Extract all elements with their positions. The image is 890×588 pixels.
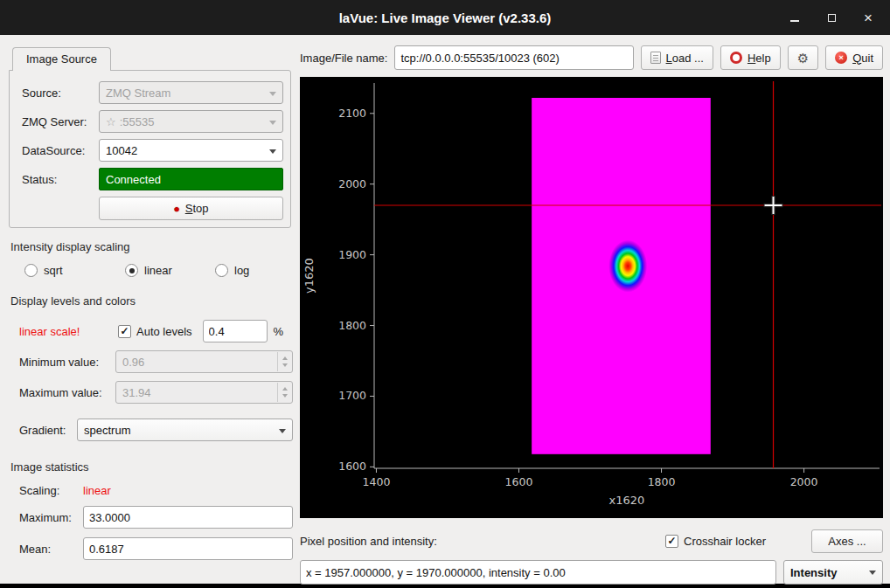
pixel-position-input[interactable] [300,560,776,585]
window-controls: × [783,0,880,35]
chevron-down-icon [869,571,876,575]
radio-icon [215,264,228,277]
stop-button[interactable]: ● Stop [99,197,283,220]
y-tick-label: 1800 [338,319,366,332]
status-field: Connected [99,168,283,190]
quit-button[interactable]: × Quit [825,45,883,70]
source-label: Source: [20,86,99,100]
auto-levels-input[interactable] [203,320,268,342]
scale-warning: linear scale! [19,325,118,338]
help-icon [730,52,742,64]
scaling-row: Scaling: linear [9,484,293,497]
chevron-down-icon [269,121,276,125]
load-button-label: Load ... [666,52,704,65]
x-tick-label: 1400 [363,475,391,488]
load-button[interactable]: Load ... [641,45,713,70]
minimize-icon [790,20,799,22]
app-window: laVue: Live Image Viewer (v2.33.6) × Ima… [0,0,890,584]
stop-row: ● Stop [20,197,283,220]
spinner-arrows-icon [277,383,291,402]
image-statistics-title: Image statistics [10,460,293,474]
stats-maximum-input[interactable] [83,506,293,529]
datasource-value: 10042 [106,144,137,157]
image-file-input[interactable] [394,45,633,70]
stats-mean-input[interactable] [83,537,293,560]
control-panel: Image Source Source: ZMQ Stream ZMQ Serv… [0,35,293,560]
y-tick-label: 1900 [338,248,366,261]
source-row: Source: ZMQ Stream [20,81,283,104]
main-area: Image Source Source: ZMQ Stream ZMQ Serv… [0,35,890,585]
load-file-icon [650,52,661,64]
scaling-radio-group: sqrt linear log [9,264,293,277]
help-button[interactable]: Help [720,45,781,70]
checkbox-icon [118,325,131,338]
minimum-value-label: Minimum value: [19,356,115,369]
quit-icon: × [835,52,847,64]
pixel-position-bar: Pixel position and intensity: Crosshair … [300,529,883,553]
radio-icon [125,264,138,277]
window-title: laVue: Live Image Viewer (v2.33.6) [339,10,552,25]
chevron-down-icon [269,149,276,154]
star-icon: ☆ [106,115,116,128]
radio-linear-label: linear [144,264,172,277]
close-button[interactable]: × [857,6,880,29]
radio-linear[interactable]: linear [125,264,215,277]
y-tick-label: 2000 [338,177,366,190]
tab-image-source[interactable]: Image Source [12,47,111,71]
status-row: Status: Connected [20,168,283,190]
gradient-combo[interactable]: spectrum [77,419,293,441]
radio-sqrt[interactable]: sqrt [24,264,125,277]
gradient-value: spectrum [84,424,130,437]
x-tick-label: 1600 [505,475,533,488]
crosshair-locker-label: Crosshair locker [684,535,766,548]
intensity-combo[interactable]: Intensity [783,560,883,585]
datasource-combo[interactable]: 10042 [99,139,283,162]
checkbox-icon [665,535,678,548]
crosshair-locker-checkbox[interactable]: Crosshair locker [665,535,766,548]
x-tick-label: 1800 [648,475,676,488]
stats-mean-row: Mean: [9,537,293,560]
stats-maximum-label: Maximum: [19,511,83,524]
top-toolbar: Image/File name: Load ... Help ⚙ × Quit [300,45,883,70]
gradient-row: Gradient: spectrum [9,419,293,441]
chevron-down-icon [279,429,286,433]
zmq-server-combo: ☆ :55535 [99,110,283,133]
source-value: ZMQ Stream [106,86,170,100]
datasource-row: DataSource: 10042 [20,139,283,162]
source-combo: ZMQ Stream [99,81,283,104]
y-axis-title: y1620 [302,258,316,294]
intensity-scaling-title: Intensity display scaling [10,240,293,253]
maximize-button[interactable] [820,6,843,29]
image-plot[interactable]: 1400160018002000160017001800190020002100… [300,77,883,518]
x-tick-label: 2000 [790,475,818,488]
minimum-value-row: Minimum value: 0.96 [9,350,293,373]
image-source-panel: Source: ZMQ Stream ZMQ Server: ☆ :55535 [9,70,291,228]
intensity-combo-value: Intensity [790,566,837,579]
maximum-value-label: Maximum value: [19,386,115,399]
stop-button-label: Stop [185,202,209,215]
maximize-icon [828,14,836,22]
pixel-position-label: Pixel position and intensity: [300,535,437,548]
radio-icon [24,264,38,277]
auto-levels-checkbox[interactable]: Auto levels [118,325,192,338]
y-tick-label: 1600 [338,460,366,473]
axes-button[interactable]: Axes ... [811,529,883,553]
minimize-button[interactable] [783,6,806,29]
quit-button-label: Quit [852,52,873,65]
display-levels-title: Display levels and colors [10,294,293,308]
datasource-label: DataSource: [20,144,99,157]
beam-spot [608,240,647,293]
minimum-value: 0.96 [122,356,144,369]
percent-label: % [274,325,284,338]
status-value: Connected [106,173,161,186]
settings-button[interactable]: ⚙ [788,45,818,70]
stats-scaling-label: Scaling: [19,484,83,497]
auto-levels-row: linear scale! Auto levels % [9,320,293,342]
stats-scaling-value: linear [83,484,293,497]
radio-log[interactable]: log [215,264,249,277]
pixel-value-bar: Intensity [300,560,883,585]
y-tick-label: 1700 [338,389,366,402]
image-file-label: Image/File name: [300,52,387,65]
plot-canvas[interactable]: 1400160018002000160017001800190020002100… [300,77,883,518]
maximum-value-row: Maximum value: 31.94 [9,381,293,404]
